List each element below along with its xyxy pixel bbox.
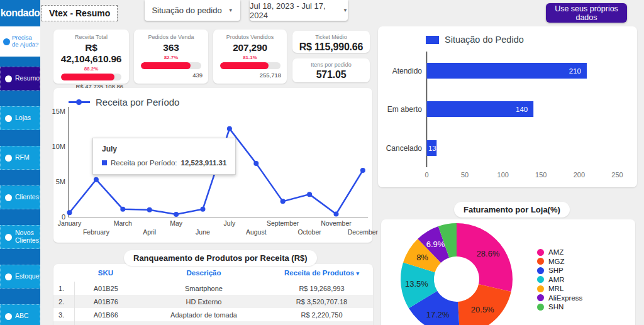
table-row[interactable]: 4.A01B18Cabo de energiaR$ 1,307,131.56 (53, 321, 373, 325)
data-point-february[interactable] (94, 177, 99, 182)
svg-text:August: August (246, 228, 267, 236)
product-ranking-table-card: SKU Descrição Receita de Produtos ▾ 1.A0… (53, 264, 373, 325)
data-point-november[interactable] (334, 212, 339, 217)
chevron-down-icon: ▼ (343, 8, 348, 13)
svg-text:50: 50 (461, 171, 469, 179)
product-ranking-table: SKU Descrição Receita de Produtos ▾ 1.A0… (53, 264, 373, 325)
help-link[interactable]: Precisa de Ajuda? (0, 26, 40, 57)
svg-text:September: September (267, 219, 299, 227)
kpi-card-ticket-medio: Ticket Médio R$ 115,990.66 (292, 31, 370, 53)
data-point-march[interactable] (120, 207, 125, 212)
progress-bar (220, 62, 280, 69)
data-point-april[interactable] (147, 207, 152, 212)
chart-tooltip: July Receita por Período: 12,523,911.31 (92, 138, 236, 175)
series-color-swatch (102, 160, 107, 165)
data-point-december[interactable] (360, 168, 365, 173)
data-point-may[interactable] (174, 212, 179, 217)
svg-text:200: 200 (574, 171, 585, 179)
sidebar-item-novos-clientes[interactable]: Novos Clientes (0, 225, 40, 249)
svg-text:March: March (114, 219, 132, 227)
tooltip-value: 12,523,911.31 (180, 159, 226, 167)
svg-text:13.5%: 13.5% (405, 279, 428, 289)
donut-legend: AMZMGZSHPAMRMRLAliExpressSHN (537, 248, 582, 311)
sidebar-item-clientes[interactable]: Clientes (0, 185, 40, 209)
date-range-dropdown[interactable]: Jul 18, 2023 - Jul 17, 2024 ▼ (250, 0, 348, 21)
tooltip-series-label: Receita por Período: (111, 159, 177, 167)
data-point-october[interactable] (307, 192, 312, 197)
own-data-button[interactable]: Use seus próprios dados (546, 3, 627, 23)
progress-bar (141, 62, 201, 69)
cell-receita: R$ 2,220,750 (270, 308, 373, 321)
kpi-title: Itens por pedido (292, 62, 370, 68)
svg-text:November: November (321, 219, 352, 227)
svg-text:8%: 8% (416, 253, 428, 262)
data-point-june[interactable] (201, 207, 206, 212)
svg-text:6.9%: 6.9% (426, 240, 445, 249)
legend-item-shn[interactable]: SHN (537, 303, 582, 311)
column-header-receita[interactable]: Receita de Produtos ▾ (270, 264, 373, 282)
page-title: Vtex - Resumo (42, 5, 118, 21)
sidebar-item-rfm[interactable]: RFM (0, 146, 40, 170)
legend-item-mgz[interactable]: MGZ (537, 258, 582, 265)
svg-text:Em aberto: Em aberto (387, 105, 423, 114)
svg-text:Cancelado: Cancelado (386, 144, 423, 153)
svg-text:13: 13 (428, 145, 436, 152)
kpi-title: Produtos Vendidos (213, 34, 287, 40)
kpi-card-pedidos-de-venda: Pedidos de Venda 363 82.7% 439 (134, 30, 208, 84)
svg-text:June: June (196, 228, 210, 236)
legend-item-amz[interactable]: AMZ (537, 248, 582, 256)
data-point-september[interactable] (280, 199, 286, 204)
data-point-january[interactable] (67, 210, 72, 215)
legend-dot-icon (537, 276, 544, 283)
svg-text:10M: 10M (52, 143, 65, 150)
table-row[interactable]: 2.A01B76HD ExternoR$ 3,520,707.18 (53, 295, 373, 308)
kpi-target: 255,718 (213, 72, 287, 79)
svg-text:250: 250 (611, 171, 623, 179)
legend-item-aliexpress[interactable]: AliExpress (537, 294, 582, 302)
kpi-card-produtos-vendidos: Produtos Vendidos 207,290 81.1% 255,718 (213, 30, 287, 84)
legend-dot-icon (537, 249, 544, 256)
data-point-august[interactable] (253, 161, 258, 166)
sidebar-item-lojas[interactable]: Lojas (0, 106, 40, 130)
column-header-descricao[interactable]: Descrição (137, 264, 270, 282)
table-row[interactable]: 1.A01B25SmartphoneR$ 19,268,993 (53, 282, 373, 295)
svg-text:100: 100 (497, 171, 509, 179)
legend-item-mrl[interactable]: MRL (537, 285, 582, 292)
legend-item-amr[interactable]: AMR (537, 276, 582, 284)
cell-receita: R$ 19,268,993 (270, 282, 373, 295)
cell-sku: A01B25 (74, 282, 137, 295)
kpi-title: Ticket Médio (292, 34, 370, 40)
store-revenue-donut-card: 28.6%20.5%17.2%13.5%8%6.9% AMZMGZSHPAMRM… (381, 219, 635, 325)
legend-dot-icon (537, 267, 544, 274)
kpi-percent: 88.2% (53, 66, 129, 72)
bullet-icon (5, 273, 12, 280)
bullet-icon (5, 313, 12, 320)
svg-text:April: April (143, 228, 156, 236)
column-header-sku[interactable]: SKU (74, 264, 137, 282)
sidebar-nav: ResumoLojasRFMClientesNovos ClientesEsto… (0, 67, 40, 325)
row-number-header (53, 264, 74, 282)
data-point-july[interactable] (227, 126, 232, 131)
legend-item-shp[interactable]: SHP (537, 267, 582, 274)
svg-text:December: December (348, 228, 379, 236)
bar-atendido[interactable] (427, 63, 587, 79)
sidebar-item-estoque[interactable]: Estoque (0, 265, 40, 289)
bullet-icon (5, 194, 12, 201)
tooltip-month: July (102, 145, 226, 153)
legend-dot-icon (537, 294, 544, 301)
table-row[interactable]: 3.A01B66Adaptador de tomadaR$ 2,220,750 (53, 308, 373, 321)
svg-text:October: October (297, 228, 321, 236)
sidebar-item-resumo[interactable]: Resumo (0, 67, 40, 91)
kpi-target: 439 (134, 72, 208, 79)
store-revenue-donut-chart: 28.6%20.5%17.2%13.5%8%6.9% (381, 219, 635, 325)
order-status-bar-chart-card: Situação do Pedido 210Atendido140Em aber… (378, 26, 637, 187)
bullet-icon (5, 75, 12, 82)
cell-descricao: HD Externo (137, 295, 270, 308)
table-title: Ranqueamento de Produtos por Receita (R$… (124, 250, 317, 266)
cell-receita: R$ 1,307,131.56 (270, 321, 373, 325)
svg-text:28.6%: 28.6% (477, 249, 500, 258)
status-filter-dropdown[interactable]: Situação do pedido ▼ (145, 0, 240, 21)
sidebar-item-abc[interactable]: ABC (0, 304, 40, 325)
status-filter-value: Situação do pedido (152, 6, 221, 15)
svg-text:5M: 5M (56, 178, 65, 185)
